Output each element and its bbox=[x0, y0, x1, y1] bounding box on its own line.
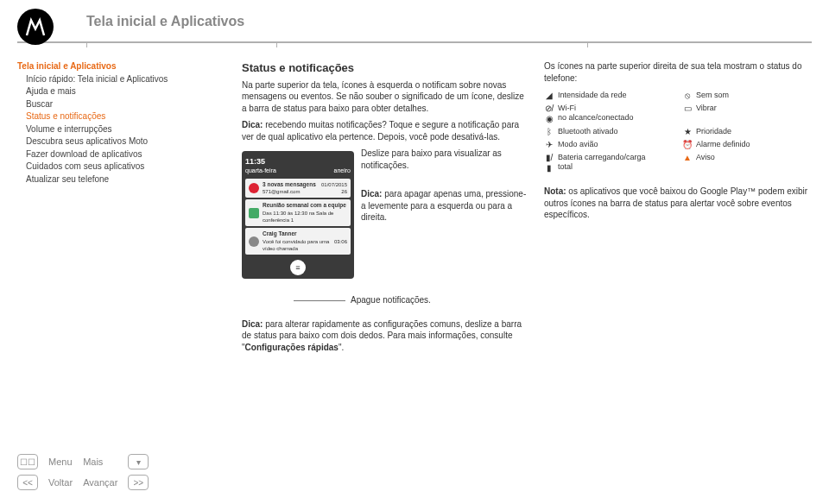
paragraph: Nota: os aplicativos que você baixou do … bbox=[544, 186, 812, 221]
paragraph: Os ícones na parte superior direita de s… bbox=[544, 60, 812, 84]
calendar-icon bbox=[249, 208, 259, 218]
clear-notifications-icon: ≡ bbox=[290, 260, 306, 275]
paragraph: Na parte superior da tela, ícones à esqu… bbox=[242, 79, 528, 115]
paragraph: Dica: recebendo muitas notificações? Toq… bbox=[242, 119, 528, 142]
toc-item[interactable]: Ajuda e mais bbox=[26, 85, 233, 98]
toc-item[interactable]: Fazer download de aplicativos bbox=[26, 148, 233, 161]
signal-icon: ◢ bbox=[544, 91, 554, 101]
more-label[interactable]: Mais bbox=[83, 457, 117, 467]
wifi-icon: ⊘/◉ bbox=[544, 104, 554, 124]
tip-text: recebendo muitas notificações? Toque e s… bbox=[242, 120, 519, 142]
annotation: Deslize para baixo para visualizar as no… bbox=[361, 148, 528, 171]
mute-icon: ⦸ bbox=[682, 91, 693, 101]
toc-item[interactable]: Buscar bbox=[26, 98, 233, 110]
priority-icon: ★ bbox=[682, 127, 693, 137]
status-icon-table: ◢Intensidade da rede ⦸Sem som ⊘/◉Wi-Fino… bbox=[544, 91, 812, 173]
sidebar-toc: Tela inicial e Aplicativos Início rápido… bbox=[17, 60, 242, 358]
toc-item[interactable]: Descubra seus aplicativos Moto bbox=[26, 135, 233, 148]
footer-nav: ☐☐ Menu Mais ▾ << Voltar Avançar >> bbox=[17, 454, 149, 490]
annotation: Apague notificações. bbox=[351, 294, 431, 306]
note-label: Nota: bbox=[544, 186, 566, 196]
more-icon[interactable]: ▾ bbox=[128, 454, 149, 469]
tip-label: Dica: bbox=[242, 120, 263, 129]
vibrate-icon: ▭ bbox=[682, 104, 693, 114]
forward-button[interactable]: >> bbox=[128, 475, 149, 490]
section-heading: Status e notificações bbox=[242, 60, 528, 76]
toc-item[interactable]: Volume e interrupções bbox=[26, 123, 233, 135]
toc-item[interactable]: Status e notificações bbox=[26, 110, 233, 123]
back-button[interactable]: << bbox=[17, 475, 38, 490]
phone-mock: 11:35 quarta-feira aneiro 3 novas mensag… bbox=[242, 151, 354, 279]
toc-item[interactable]: Tela inicial e Aplicativos bbox=[17, 60, 233, 72]
avatar-icon bbox=[249, 236, 259, 247]
mail-icon bbox=[249, 183, 259, 193]
alarm-icon: ⏰ bbox=[682, 140, 693, 150]
toc-item[interactable]: Cuidados com seus aplicativos bbox=[26, 161, 233, 173]
page-title: Tela inicial e Aplicativos bbox=[86, 14, 244, 29]
tip-label: Dica: bbox=[242, 319, 263, 329]
motorola-logo bbox=[17, 9, 54, 45]
annotation: Dica: para apagar apenas uma, pressione-… bbox=[361, 188, 528, 224]
airplane-icon: ✈ bbox=[544, 140, 554, 150]
toc-item[interactable]: Início rápido: Tela inicial e Aplicativo… bbox=[26, 73, 233, 85]
menu-label[interactable]: Menu bbox=[48, 457, 73, 467]
warning-icon: ▲ bbox=[682, 153, 693, 163]
phone-time: 11:35 bbox=[245, 156, 351, 167]
bluetooth-icon: ᛒ bbox=[544, 127, 554, 137]
forward-label[interactable]: Avançar bbox=[83, 477, 117, 488]
menu-icon[interactable]: ☐☐ bbox=[17, 454, 38, 469]
paragraph: Dica: para alterar rapidamente as config… bbox=[242, 318, 528, 354]
notification-calendar: Reunião semanal com a equipe Das 11:30 à… bbox=[245, 199, 351, 226]
back-label[interactable]: Voltar bbox=[48, 477, 73, 488]
notification-mail: 3 novas mensagens 571@gmail.com 01/07/20… bbox=[245, 179, 351, 198]
toc-item[interactable]: Atualizar seu telefone bbox=[26, 173, 233, 186]
battery-icon: ▮/▮ bbox=[544, 153, 554, 173]
notification-video: Craig Tanner Você foi convidado para uma… bbox=[245, 228, 351, 255]
